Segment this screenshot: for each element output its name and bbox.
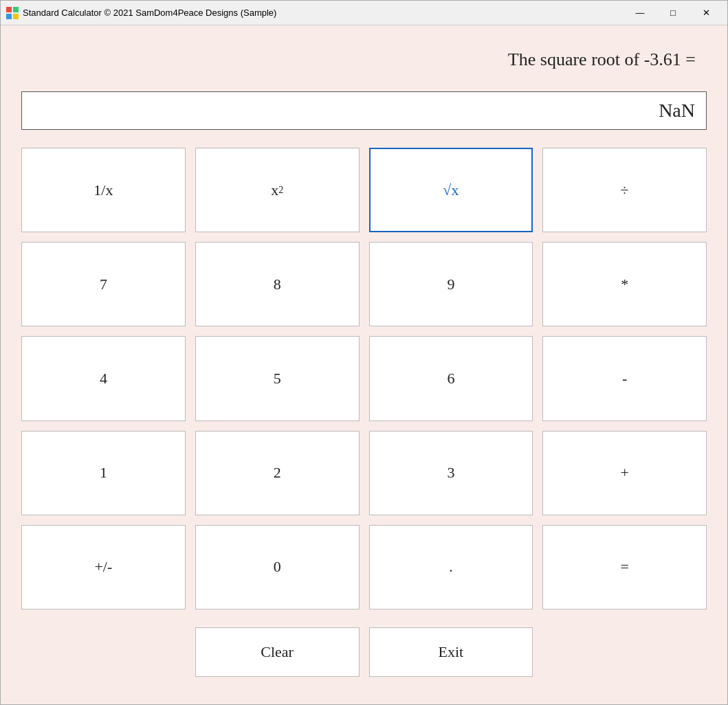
btn-sqrt[interactable]: √x bbox=[369, 148, 533, 232]
title-bar-left: Standard Calculator © 2021 SamDom4Peace … bbox=[6, 7, 276, 19]
bottom-row: Clear Exit bbox=[21, 627, 707, 691]
btn-empty-1 bbox=[21, 627, 186, 677]
btn-7[interactable]: 7 bbox=[21, 242, 186, 326]
window-title: Standard Calculator © 2021 SamDom4Peace … bbox=[23, 8, 276, 18]
app-window: Standard Calculator © 2021 SamDom4Peace … bbox=[0, 0, 728, 705]
expression-text: The square root of -3.61 = bbox=[508, 49, 696, 70]
btn-8[interactable]: 8 bbox=[195, 242, 360, 326]
btn-empty-2 bbox=[542, 627, 707, 677]
svg-rect-3 bbox=[13, 14, 19, 19]
btn-4[interactable]: 4 bbox=[21, 336, 186, 421]
btn-0[interactable]: 0 bbox=[195, 525, 360, 609]
result-text: NaN bbox=[659, 100, 695, 122]
svg-rect-1 bbox=[13, 7, 19, 12]
svg-rect-0 bbox=[6, 7, 12, 12]
calculator-body: The square root of -3.61 = NaN 1/x x2 √x… bbox=[1, 25, 727, 704]
restore-button[interactable]: □ bbox=[657, 3, 689, 23]
buttons-grid: 1/x x2 √x ÷ 7 8 9 * 4 5 6 - 1 2 3 + +/- … bbox=[21, 141, 707, 616]
btn-3[interactable]: 3 bbox=[369, 431, 533, 515]
btn-6[interactable]: 6 bbox=[369, 336, 533, 421]
btn-reciprocal[interactable]: 1/x bbox=[21, 148, 186, 232]
btn-1[interactable]: 1 bbox=[21, 431, 186, 515]
btn-subtract[interactable]: - bbox=[542, 336, 707, 421]
btn-equals[interactable]: = bbox=[542, 525, 707, 609]
btn-multiply[interactable]: * bbox=[542, 242, 707, 326]
btn-add[interactable]: + bbox=[542, 431, 707, 515]
minimize-button[interactable]: — bbox=[624, 3, 656, 23]
close-button[interactable]: ✕ bbox=[690, 3, 722, 23]
btn-5[interactable]: 5 bbox=[195, 336, 360, 421]
btn-clear[interactable]: Clear bbox=[195, 627, 360, 677]
result-display: NaN bbox=[21, 91, 707, 130]
btn-2[interactable]: 2 bbox=[195, 431, 360, 515]
expression-display: The square root of -3.61 = bbox=[21, 39, 707, 80]
svg-rect-2 bbox=[6, 14, 12, 19]
btn-exit[interactable]: Exit bbox=[369, 627, 533, 677]
btn-divide[interactable]: ÷ bbox=[542, 148, 707, 232]
btn-decimal[interactable]: . bbox=[369, 525, 533, 609]
title-bar: Standard Calculator © 2021 SamDom4Peace … bbox=[1, 1, 727, 25]
btn-9[interactable]: 9 bbox=[369, 242, 533, 326]
app-icon bbox=[6, 7, 19, 19]
btn-square[interactable]: x2 bbox=[195, 148, 360, 232]
btn-negate[interactable]: +/- bbox=[21, 525, 186, 609]
window-controls: — □ ✕ bbox=[624, 3, 722, 23]
